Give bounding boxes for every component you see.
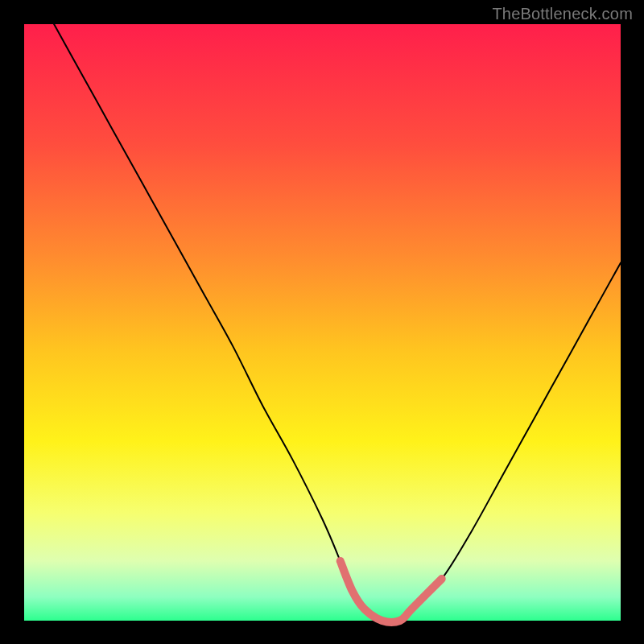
chart-container: TheBottleneck.com <box>0 0 644 644</box>
plot-area <box>24 24 621 621</box>
watermark-text: TheBottleneck.com <box>492 5 633 23</box>
bottleneck-curve-path <box>54 24 621 622</box>
bottleneck-curve-highlight <box>341 561 442 622</box>
curve-layer <box>24 24 621 621</box>
